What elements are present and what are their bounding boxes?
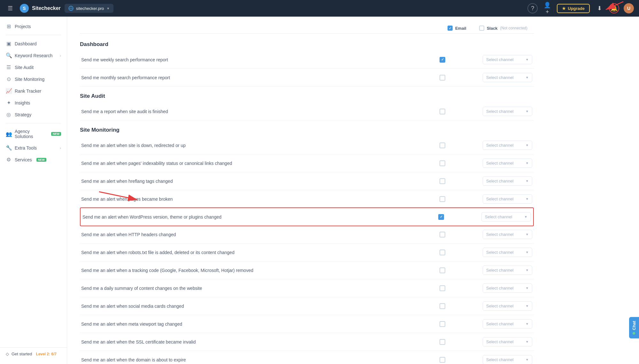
- notif-controls: Select channel ▼: [414, 319, 534, 329]
- select-channel-label: Select channel: [486, 250, 513, 255]
- add-user-button[interactable]: 👤+: [542, 3, 552, 13]
- sidebar-item-label: Projects: [15, 24, 31, 29]
- sidebar-item-label: Extra Tools: [15, 145, 37, 151]
- select-channel-dropdown[interactable]: Select channel ▼: [483, 230, 532, 239]
- select-channel-label: Select channel: [486, 339, 513, 344]
- help-button[interactable]: ?: [527, 3, 538, 13]
- upgrade-button[interactable]: ★ Upgrade: [557, 4, 590, 13]
- avatar[interactable]: U: [624, 3, 634, 13]
- sidebar-divider-2: [6, 123, 61, 123]
- chat-widget[interactable]: Chat: [629, 317, 639, 338]
- keyword-research-icon: 🔍: [6, 52, 12, 58]
- notif-label: Send me an alert when the domain is abou…: [80, 357, 414, 362]
- section-title-site-audit: Site Audit: [80, 87, 534, 103]
- channel-headers: ✓ Email Slack (Not connected): [448, 26, 534, 31]
- upgrade-label: Upgrade: [568, 6, 585, 11]
- select-channel-dropdown[interactable]: Select channel ▼: [483, 355, 532, 364]
- sidebar-item-keyword-research[interactable]: 🔍 Keyword Research ›: [0, 50, 67, 61]
- select-channel-dropdown[interactable]: Select channel ▼: [483, 248, 532, 257]
- select-channel-dropdown[interactable]: Select channel ▼: [481, 212, 531, 221]
- email-checkbox[interactable]: [440, 339, 445, 345]
- sidebar-item-insights[interactable]: ✦ Insights: [0, 97, 67, 109]
- sidebar-item-dashboard[interactable]: ▣ Dashboard: [0, 38, 67, 50]
- select-channel-label: Select channel: [486, 304, 513, 308]
- select-channel-dropdown[interactable]: Select channel ▼: [483, 141, 532, 150]
- email-checkbox[interactable]: [440, 321, 445, 327]
- site-audit-icon: ☰: [6, 64, 12, 70]
- email-checkbox[interactable]: [440, 232, 445, 237]
- email-checkbox[interactable]: [440, 160, 445, 166]
- email-checkbox[interactable]: [440, 196, 445, 202]
- hamburger-menu-button[interactable]: ☰: [5, 3, 15, 13]
- email-checkbox[interactable]: [438, 214, 444, 220]
- notif-controls: Select channel ▼: [414, 159, 534, 168]
- slack-select-area: Select channel ▼: [481, 212, 533, 221]
- email-checkbox[interactable]: [440, 178, 445, 184]
- select-channel-dropdown[interactable]: Select channel ▼: [483, 266, 532, 275]
- download-icon: ⬇: [597, 5, 602, 12]
- sidebar-item-site-audit[interactable]: ☰ Site Audit: [0, 61, 67, 73]
- email-checkbox[interactable]: [440, 285, 445, 291]
- sidebar-bottom: ◇ Get started Level 2: 6/7: [0, 347, 67, 360]
- select-channel-dropdown[interactable]: Select channel ▼: [483, 337, 532, 346]
- email-checkbox[interactable]: [440, 267, 445, 273]
- notif-row-monthly-report: Send me monthly search performance repor…: [80, 69, 534, 87]
- email-checkbox[interactable]: [440, 143, 445, 148]
- email-checkbox[interactable]: [440, 250, 445, 255]
- sidebar-item-strategy[interactable]: ◎ Strategy: [0, 109, 67, 120]
- email-checkbox-area: [414, 160, 471, 166]
- notif-row-wordpress: Send me an alert when WordPress version,…: [80, 207, 534, 226]
- email-checkbox-area: [414, 285, 471, 291]
- sidebar-item-extra-tools[interactable]: 🔧 Extra Tools ›: [0, 142, 67, 154]
- dropdown-arrow-icon: ▼: [526, 110, 529, 113]
- email-checkbox-area: [414, 178, 471, 184]
- select-channel-dropdown[interactable]: Select channel ▼: [483, 55, 532, 64]
- select-channel-dropdown[interactable]: Select channel ▼: [483, 301, 532, 311]
- download-button[interactable]: ⬇: [594, 3, 604, 13]
- sidebar-item-label: Services: [15, 157, 32, 162]
- dropdown-arrow-icon: ▼: [526, 197, 529, 201]
- select-channel-dropdown[interactable]: Select channel ▼: [483, 283, 532, 293]
- chevron-right-icon: ›: [60, 54, 61, 58]
- get-started[interactable]: ◇ Get started Level 2: 6/7: [6, 352, 61, 356]
- notif-controls: Select channel ▼: [414, 73, 534, 82]
- slack-select-area: Select channel ▼: [483, 355, 534, 364]
- sidebar-item-label: Rank Tracker: [15, 89, 41, 94]
- sidebar-item-rank-tracker[interactable]: 📈 Rank Tracker: [0, 85, 67, 97]
- dropdown-arrow-icon: ▼: [526, 304, 529, 308]
- level-badge: Level 2: 6/7: [36, 352, 57, 356]
- sidebar-item-services[interactable]: ⚙ Services NEW: [0, 154, 67, 166]
- sidebar: ⊞ Projects ▣ Dashboard 🔍 Keyword Researc…: [0, 17, 67, 364]
- email-checkbox[interactable]: [440, 357, 445, 363]
- add-user-icon: 👤+: [542, 2, 552, 15]
- select-channel-dropdown[interactable]: Select channel ▼: [483, 73, 532, 82]
- select-channel-dropdown[interactable]: Select channel ▼: [483, 159, 532, 168]
- notif-controls: Select channel ▼: [414, 301, 534, 311]
- slack-select-area: Select channel ▼: [483, 159, 534, 168]
- notif-controls: Select channel ▼: [414, 283, 534, 293]
- select-channel-label: Select channel: [486, 75, 513, 80]
- email-checkbox[interactable]: [440, 303, 445, 309]
- sidebar-item-agency-solutions[interactable]: 👥 Agency Solutions NEW: [0, 126, 67, 142]
- notif-label: Send me an alert when pages' indexabilit…: [80, 161, 414, 166]
- sidebar-item-projects[interactable]: ⊞ Projects: [0, 20, 67, 32]
- domain-chevron-icon: ▼: [106, 7, 110, 10]
- email-checkbox[interactable]: [440, 75, 445, 81]
- slack-select-area: Select channel ▼: [483, 266, 534, 275]
- domain-selector[interactable]: sitechecker.pro ▼: [65, 4, 113, 13]
- select-channel-dropdown[interactable]: Select channel ▼: [483, 319, 532, 329]
- email-checkbox[interactable]: [440, 57, 445, 63]
- notif-label: Send me weekly search performance report: [80, 57, 414, 62]
- select-channel-label: Select channel: [486, 357, 513, 362]
- sidebar-item-site-monitoring[interactable]: ⊙ Site Monitoring: [0, 73, 67, 85]
- notif-row-robots-txt: Send me an alert when robots.txt file is…: [80, 244, 534, 261]
- notif-row-meta-viewport: Send me an alert when meta viewport tag …: [80, 315, 534, 333]
- select-channel-dropdown[interactable]: Select channel ▼: [483, 176, 532, 186]
- notif-controls: Select channel ▼: [414, 176, 534, 186]
- email-checkbox[interactable]: [440, 109, 445, 114]
- notif-row-social-media: Send me an alert when social media cards…: [80, 297, 534, 315]
- select-channel-dropdown[interactable]: Select channel ▼: [483, 194, 532, 204]
- bell-button[interactable]: 🔔: [609, 3, 619, 13]
- select-channel-dropdown[interactable]: Select channel ▼: [483, 107, 532, 116]
- select-channel-label: Select channel: [486, 232, 513, 237]
